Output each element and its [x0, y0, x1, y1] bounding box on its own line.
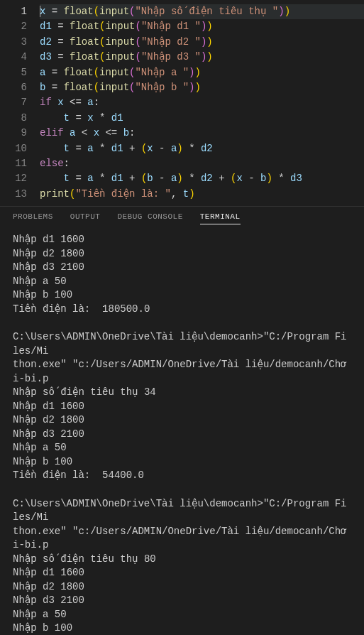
terminal-block: Nhập d1 1600 Nhập d2 1800 Nhập d3 2100 N…	[13, 233, 351, 316]
tab-problems[interactable]: PROBLEMS	[13, 212, 53, 222]
code-line[interactable]: if x <= a:	[40, 95, 364, 110]
code-line[interactable]: d3 = float(input("Nhập d3 "))	[40, 50, 364, 65]
line-number-gutter: 12345678910111213	[0, 0, 40, 206]
code-line[interactable]: t = x * d1	[40, 111, 364, 126]
line-number: 4	[0, 50, 27, 65]
code-line[interactable]: else:	[40, 156, 364, 171]
tab-terminal[interactable]: TERMINAL	[200, 212, 241, 224]
code-line[interactable]: d1 = float(input("Nhập d1 "))	[40, 19, 364, 34]
panel-tabs: PROBLEMSOUTPUTDEBUG CONSOLETERMINAL	[0, 207, 364, 227]
code-line[interactable]: b = float(input("Nhập b "))	[40, 80, 364, 95]
code-line[interactable]: t = a * d1 + (x - a) * d2	[40, 141, 364, 156]
line-number: 9	[0, 126, 27, 141]
code-area[interactable]: x = float(input("Nhập số điện tiêu thụ "…	[40, 0, 364, 206]
terminal-block: C:\Users\ADMIN\OneDrive\Tài liệu\democan…	[13, 497, 351, 635]
line-number: 7	[0, 95, 27, 110]
line-number: 3	[0, 35, 27, 50]
line-number: 6	[0, 80, 27, 95]
code-line[interactable]: d2 = float(input("Nhập d2 "))	[40, 35, 364, 50]
line-number: 1	[0, 4, 27, 19]
line-number: 12	[0, 171, 27, 186]
terminal-output[interactable]: Nhập d1 1600 Nhập d2 1800 Nhập d3 2100 N…	[0, 227, 364, 635]
code-line[interactable]: t = a * d1 + (b - a) * d2 + (x - b) * d3	[40, 171, 364, 186]
line-number: 2	[0, 19, 27, 34]
line-number: 13	[0, 187, 27, 202]
code-line[interactable]: elif a < x <= b:	[40, 126, 364, 141]
code-editor[interactable]: 12345678910111213 x = float(input("Nhập …	[0, 0, 364, 206]
line-number: 5	[0, 65, 27, 80]
line-number: 11	[0, 156, 27, 171]
tab-output[interactable]: OUTPUT	[70, 212, 101, 222]
terminal-block: C:\Users\ADMIN\OneDrive\Tài liệu\democan…	[13, 330, 351, 483]
bottom-panel: PROBLEMSOUTPUTDEBUG CONSOLETERMINAL Nhập…	[0, 206, 364, 635]
line-number: 10	[0, 141, 27, 156]
tab-debug[interactable]: DEBUG CONSOLE	[117, 212, 182, 222]
line-number: 8	[0, 111, 27, 126]
code-line[interactable]: x = float(input("Nhập số điện tiêu thụ "…	[40, 4, 364, 19]
code-line[interactable]: a = float(input("Nhập a "))	[40, 65, 364, 80]
code-line[interactable]: print("Tiền điện là: ", t)	[40, 187, 364, 202]
